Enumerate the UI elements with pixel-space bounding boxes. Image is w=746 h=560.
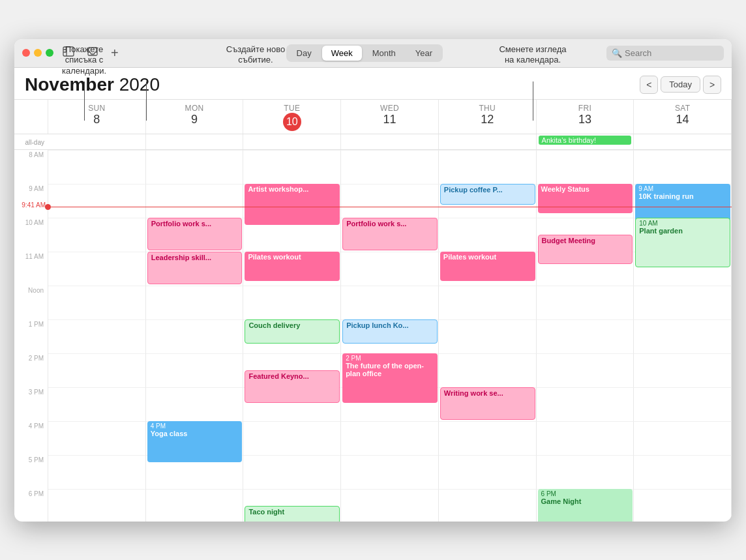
day-header-wed: WED11 <box>341 100 439 134</box>
day-header-fri: FRI13 <box>537 100 634 134</box>
today-button[interactable]: Today <box>661 76 700 93</box>
allday-label: all-day <box>14 134 48 149</box>
time-cell-r2-c4[interactable] <box>439 218 537 252</box>
time-cell-r3-c0[interactable] <box>48 252 146 286</box>
event-4[interactable]: Pilates workout <box>245 252 340 282</box>
time-cell-r4-c6[interactable] <box>634 286 732 319</box>
month-title: November 2020 <box>25 74 160 95</box>
time-cell-r7-c6[interactable] <box>634 387 732 421</box>
tab-day[interactable]: Day <box>288 46 321 61</box>
search-input[interactable] <box>625 48 716 58</box>
time-cell-r10-c4[interactable] <box>439 489 537 522</box>
time-label-3: 11 AM <box>14 252 48 286</box>
calendar-list-button[interactable] <box>59 44 78 62</box>
time-label-1: 9 AM <box>14 184 48 218</box>
time-cell-r6-c1[interactable] <box>146 353 244 387</box>
time-cell-r10-c3[interactable] <box>341 489 439 522</box>
time-cell-r7-c5[interactable] <box>537 387 634 421</box>
time-cell-r5-c6[interactable] <box>634 319 732 353</box>
time-cell-r2-c0[interactable] <box>48 218 146 252</box>
allday-mon <box>146 134 244 149</box>
time-cell-r1-c0[interactable] <box>48 184 146 218</box>
event-13[interactable]: Writing work se... <box>440 387 535 420</box>
time-cell-r8-c5[interactable] <box>537 421 634 455</box>
time-cell-r1-c3[interactable] <box>341 184 439 218</box>
time-cell-r4-c4[interactable] <box>439 286 537 319</box>
day-header-sun: SUN8 <box>48 100 146 134</box>
allday-thu <box>439 134 537 149</box>
time-cell-r4-c0[interactable] <box>48 286 146 319</box>
event-9[interactable]: Pickup lunch Ko... <box>342 319 438 344</box>
time-cell-r6-c6[interactable] <box>634 353 732 387</box>
time-cell-r0-c2[interactable] <box>243 150 341 184</box>
event-14[interactable]: Weekly Status <box>538 184 633 214</box>
time-cell-r6-c5[interactable] <box>537 353 634 387</box>
event-0[interactable]: Portfolio work s... <box>147 218 243 250</box>
allday-sat <box>634 134 732 149</box>
maximize-button[interactable] <box>46 49 53 57</box>
search-box[interactable]: 🔍 <box>606 46 724 61</box>
time-cell-r3-c3[interactable] <box>341 252 439 286</box>
time-cell-r9-c6[interactable] <box>634 455 732 489</box>
allday-event-birthday[interactable]: Ankita's birthday! <box>539 136 632 145</box>
day-header-thu: THU12 <box>439 100 537 134</box>
time-cell-r6-c0[interactable] <box>48 353 146 387</box>
time-cell-r7-c1[interactable] <box>146 387 244 421</box>
time-cell-r0-c6[interactable] <box>634 150 732 184</box>
event-10[interactable]: 2 PMThe future of the open-plan office <box>342 353 438 403</box>
close-button[interactable] <box>22 49 30 57</box>
event-2[interactable]: 4 PMYoga class <box>147 421 243 462</box>
time-cell-r8-c6[interactable] <box>634 421 732 455</box>
next-button[interactable]: > <box>703 76 721 94</box>
time-cell-r9-c0[interactable] <box>48 455 146 489</box>
time-cell-r8-c4[interactable] <box>439 421 537 455</box>
allday-fri[interactable]: Ankita's birthday! <box>537 134 634 149</box>
time-cell-r8-c3[interactable] <box>341 421 439 455</box>
time-cell-r7-c0[interactable] <box>48 387 146 421</box>
add-event-button[interactable]: + <box>107 43 123 63</box>
event-7[interactable]: Taco night <box>245 506 340 522</box>
time-cell-r5-c4[interactable] <box>439 319 537 353</box>
tab-year[interactable]: Year <box>406 46 441 61</box>
minimize-button[interactable] <box>34 49 42 57</box>
time-cell-r9-c3[interactable] <box>341 455 439 489</box>
event-5[interactable]: Couch delivery <box>245 319 340 344</box>
time-cell-r1-c1[interactable] <box>146 184 244 218</box>
prev-button[interactable]: < <box>640 76 658 94</box>
event-8[interactable]: Portfolio work s... <box>342 218 438 250</box>
time-cell-r5-c0[interactable] <box>48 319 146 353</box>
event-18[interactable]: 10 AMPlant garden <box>635 218 730 267</box>
time-cell-r6-c4[interactable] <box>439 353 537 387</box>
tab-week[interactable]: Week <box>322 46 362 61</box>
tab-month[interactable]: Month <box>363 46 405 61</box>
time-cell-r4-c3[interactable] <box>341 286 439 319</box>
time-cell-r8-c0[interactable] <box>48 421 146 455</box>
time-cell-r9-c4[interactable] <box>439 455 537 489</box>
time-cell-r0-c0[interactable] <box>48 150 146 184</box>
event-16[interactable]: 6 PMGame Night <box>538 489 633 522</box>
time-cell-r10-c0[interactable] <box>48 489 146 522</box>
time-cell-r9-c5[interactable] <box>537 455 634 489</box>
time-cell-r8-c2[interactable] <box>243 421 341 455</box>
time-cell-r0-c3[interactable] <box>341 150 439 184</box>
time-cell-r4-c1[interactable] <box>146 286 244 319</box>
time-cell-r0-c5[interactable] <box>537 150 634 184</box>
time-grid-scroll[interactable]: 8 AM9 AM10 AM11 AMNoon1 PM2 PM3 PM4 PM5 … <box>14 150 732 522</box>
time-cell-r5-c1[interactable] <box>146 319 244 353</box>
event-1[interactable]: Leadership skill... <box>147 252 243 284</box>
time-cell-r4-c2[interactable] <box>243 286 341 319</box>
event-12[interactable]: Pilates workout <box>440 252 535 282</box>
time-cell-r0-c4[interactable] <box>439 150 537 184</box>
time-cell-r10-c1[interactable] <box>146 489 244 522</box>
time-cell-r4-c5[interactable] <box>537 286 634 319</box>
time-cell-r5-c5[interactable] <box>537 319 634 353</box>
time-cell-r10-c6[interactable] <box>634 489 732 522</box>
event-11[interactable]: Pickup coffee P... <box>440 184 535 205</box>
time-cell-r9-c2[interactable] <box>243 455 341 489</box>
inbox-button[interactable] <box>83 44 102 61</box>
time-label-8: 4 PM <box>14 421 48 455</box>
event-6[interactable]: Featured Keyno... <box>245 370 340 403</box>
event-3[interactable]: Artist workshop... <box>245 184 340 225</box>
event-15[interactable]: Budget Meeting <box>538 235 633 265</box>
time-cell-r0-c1[interactable] <box>146 150 244 184</box>
